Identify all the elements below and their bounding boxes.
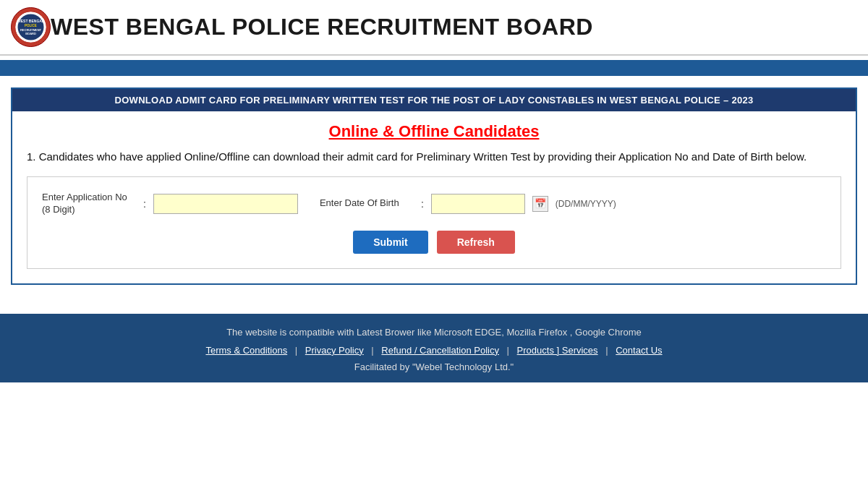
footer-sep-2: | <box>371 345 373 356</box>
form-row: Enter Application No (8 Digit) : Enter D… <box>42 192 826 216</box>
svg-text:POLICE: POLICE <box>25 24 37 27</box>
footer-sep-4: | <box>605 345 608 356</box>
main-content: DOWNLOAD ADMIT CARD FOR PRELIMINARY WRIT… <box>0 80 868 299</box>
footer-compat-text: The website is compatible with Latest Br… <box>11 327 857 338</box>
colon-2: : <box>421 198 424 210</box>
colon-1: : <box>143 198 146 210</box>
refresh-button[interactable]: Refresh <box>437 231 515 254</box>
app-no-input[interactable] <box>153 194 298 214</box>
calendar-icon[interactable]: 📅 <box>532 196 548 212</box>
app-no-label: Enter Application No (8 Digit) <box>42 192 136 216</box>
footer-credit: Facilitated by "Webel Technology Ltd." <box>11 361 857 372</box>
svg-text:WEST BENGAL: WEST BENGAL <box>17 19 44 23</box>
form-box: Enter Application No (8 Digit) : Enter D… <box>27 176 841 269</box>
dob-input[interactable] <box>431 194 525 214</box>
footer-link-products[interactable]: Products ] Services <box>517 345 598 356</box>
notice-body: Online & Offline Candidates 1. Candidate… <box>12 111 856 283</box>
dob-format: (DD/MM/YYYY) <box>556 199 616 209</box>
site-title: WEST BENGAL POLICE RECRUITMENT BOARD <box>51 14 593 40</box>
notice-paragraph: 1. Candidates who have applied Online/Of… <box>27 148 841 166</box>
dob-label: Enter Date Of Birth <box>320 197 414 210</box>
notice-box: DOWNLOAD ADMIT CARD FOR PRELIMINARY WRIT… <box>11 87 857 285</box>
footer-link-privacy[interactable]: Privacy Policy <box>305 345 364 356</box>
page-header: WEST BENGAL POLICE RECRUITMENT BOARD WES… <box>0 0 868 56</box>
wbprb-logo: WEST BENGAL POLICE RECRUITMENT BOARD <box>11 7 51 47</box>
blue-banner <box>0 60 868 76</box>
app-no-group: Enter Application No (8 Digit) : <box>42 192 298 216</box>
notice-heading: Online & Offline Candidates <box>27 122 841 141</box>
footer-sep-1: | <box>295 345 297 356</box>
footer: The website is compatible with Latest Br… <box>0 314 868 382</box>
footer-link-contact[interactable]: Contact Us <box>616 345 662 356</box>
footer-link-refund[interactable]: Refund / Cancellation Policy <box>381 345 499 356</box>
footer-link-terms[interactable]: Terms & Conditions <box>205 345 287 356</box>
footer-sep-3: | <box>507 345 509 356</box>
svg-text:BOARD: BOARD <box>25 32 36 35</box>
notice-header: DOWNLOAD ADMIT CARD FOR PRELIMINARY WRIT… <box>12 89 856 111</box>
footer-links: Terms & Conditions | Privacy Policy | Re… <box>11 345 857 356</box>
candidates-heading-link[interactable]: Online & Offline Candidates <box>329 122 540 140</box>
submit-button[interactable]: Submit <box>353 231 427 254</box>
dob-group: Enter Date Of Birth : 📅 (DD/MM/YYYY) <box>320 194 616 214</box>
button-row: Submit Refresh <box>42 231 826 254</box>
